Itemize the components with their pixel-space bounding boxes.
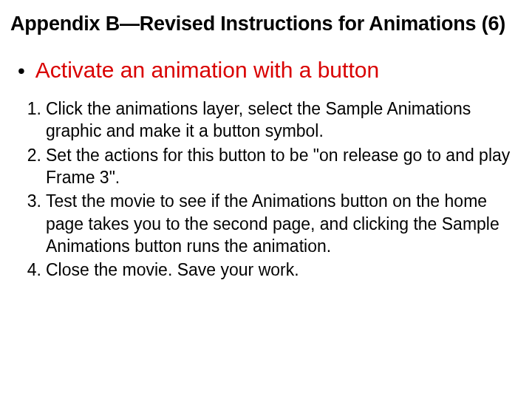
bullet-dot-icon: • (18, 61, 25, 81)
bullet-text: Activate an animation with a button (35, 56, 379, 84)
slide: Appendix B—Revised Instructions for Anim… (0, 0, 532, 399)
list-item-text: Close the movie. Save your work. (46, 259, 519, 281)
list-item-text: Click the animations layer, select the S… (46, 98, 519, 143)
list-item: 4. Close the movie. Save your work. (18, 259, 519, 281)
bullet-item: • Activate an animation with a button (18, 56, 522, 84)
list-item-number: 4. (18, 259, 46, 281)
list-item: 3. Test the movie to see if the Animatio… (18, 190, 519, 257)
list-item-text: Test the movie to see if the Animations … (46, 190, 519, 257)
list-item-text: Set the actions for this button to be "o… (46, 144, 519, 189)
list-item: 2. Set the actions for this button to be… (18, 144, 519, 189)
numbered-list: 1. Click the animations layer, select th… (18, 98, 522, 282)
slide-title: Appendix B—Revised Instructions for Anim… (10, 12, 522, 35)
list-item-number: 3. (18, 190, 46, 212)
list-item-number: 1. (18, 98, 46, 120)
list-item: 1. Click the animations layer, select th… (18, 98, 519, 143)
list-item-number: 2. (18, 144, 46, 166)
